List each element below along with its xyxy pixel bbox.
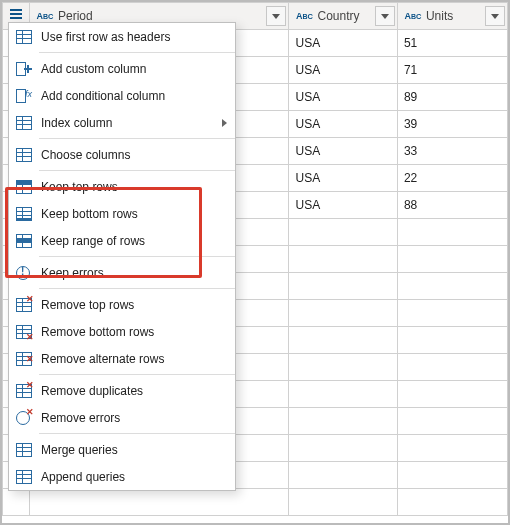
- menu-separator: [39, 256, 235, 257]
- cell-units[interactable]: 22: [397, 165, 507, 192]
- keep-errors-icon: [15, 264, 33, 282]
- menu-separator: [39, 374, 235, 375]
- menu-add-conditional-column[interactable]: Add conditional column: [9, 82, 235, 109]
- column-label: Period: [58, 9, 93, 23]
- menu-remove-top-rows[interactable]: Remove top rows: [9, 291, 235, 318]
- cell-country[interactable]: [289, 354, 397, 381]
- remove-alternate-rows-icon: [15, 350, 33, 368]
- cell-period[interactable]: [30, 489, 289, 516]
- cell-country[interactable]: USA: [289, 84, 397, 111]
- conditional-column-icon: [15, 87, 33, 105]
- menu-keep-range-of-rows[interactable]: Keep range of rows: [9, 227, 235, 254]
- cell-units[interactable]: [397, 246, 507, 273]
- keep-bottom-rows-icon: [15, 205, 33, 223]
- chevron-down-icon: [381, 14, 389, 19]
- menu-choose-columns[interactable]: Choose columns: [9, 141, 235, 168]
- menu-separator: [39, 288, 235, 289]
- append-queries-icon: [15, 468, 33, 486]
- cell-country[interactable]: USA: [289, 111, 397, 138]
- chevron-down-icon: [491, 14, 499, 19]
- menu-merge-queries[interactable]: Merge queries: [9, 436, 235, 463]
- cell-country[interactable]: [289, 435, 397, 462]
- keep-range-rows-icon: [15, 232, 33, 250]
- menu-separator: [39, 138, 235, 139]
- cell-country[interactable]: [289, 300, 397, 327]
- remove-top-rows-icon: [15, 296, 33, 314]
- menu-append-queries[interactable]: Append queries: [9, 463, 235, 490]
- cell-country[interactable]: USA: [289, 138, 397, 165]
- cell-country[interactable]: [289, 219, 397, 246]
- add-column-icon: [15, 60, 33, 78]
- menu-add-custom-column[interactable]: Add custom column: [9, 55, 235, 82]
- cell-units[interactable]: [397, 219, 507, 246]
- remove-errors-icon: [15, 409, 33, 427]
- chevron-down-icon: [272, 14, 280, 19]
- first-row-headers-icon: [15, 28, 33, 46]
- menu-remove-errors[interactable]: Remove errors: [9, 404, 235, 431]
- menu-remove-alternate-rows[interactable]: Remove alternate rows: [9, 345, 235, 372]
- menu-remove-duplicates[interactable]: Remove duplicates: [9, 377, 235, 404]
- menu-keep-top-rows[interactable]: Keep top rows: [9, 173, 235, 200]
- cell-country[interactable]: [289, 489, 397, 516]
- cell-units[interactable]: 89: [397, 84, 507, 111]
- row-number: [3, 489, 30, 516]
- keep-top-rows-icon: [15, 178, 33, 196]
- cell-country[interactable]: USA: [289, 57, 397, 84]
- column-header-units[interactable]: ABC Units: [397, 3, 507, 30]
- column-label: Country: [317, 9, 359, 23]
- cell-units[interactable]: [397, 435, 507, 462]
- cell-units[interactable]: [397, 273, 507, 300]
- cell-units[interactable]: [397, 327, 507, 354]
- cell-country[interactable]: [289, 273, 397, 300]
- cell-country[interactable]: USA: [289, 30, 397, 57]
- text-type-icon: ABC: [295, 9, 313, 23]
- table-icon: [9, 8, 23, 22]
- menu-remove-bottom-rows[interactable]: Remove bottom rows: [9, 318, 235, 345]
- index-column-icon: [15, 114, 33, 132]
- submenu-arrow-icon: [222, 119, 227, 127]
- menu-separator: [39, 52, 235, 53]
- menu-separator: [39, 170, 235, 171]
- filter-button-country[interactable]: [375, 6, 395, 26]
- filter-button-units[interactable]: [485, 6, 505, 26]
- filter-button-period[interactable]: [266, 6, 286, 26]
- menu-index-column[interactable]: Index column: [9, 109, 235, 136]
- column-header-country[interactable]: ABC Country: [289, 3, 397, 30]
- text-type-icon: ABC: [404, 9, 422, 23]
- cell-country[interactable]: USA: [289, 165, 397, 192]
- remove-bottom-rows-icon: [15, 323, 33, 341]
- choose-columns-icon: [15, 146, 33, 164]
- column-label: Units: [426, 9, 453, 23]
- menu-keep-bottom-rows[interactable]: Keep bottom rows: [9, 200, 235, 227]
- remove-duplicates-icon: [15, 382, 33, 400]
- cell-units[interactable]: [397, 300, 507, 327]
- table-row[interactable]: [3, 489, 508, 516]
- cell-units[interactable]: 88: [397, 192, 507, 219]
- table-context-menu: Use first row as headers Add custom colu…: [8, 22, 236, 491]
- merge-queries-icon: [15, 441, 33, 459]
- cell-units[interactable]: [397, 408, 507, 435]
- cell-country[interactable]: [289, 327, 397, 354]
- cell-country[interactable]: USA: [289, 192, 397, 219]
- cell-country[interactable]: [289, 462, 397, 489]
- cell-units[interactable]: 51: [397, 30, 507, 57]
- cell-country[interactable]: [289, 381, 397, 408]
- cell-units[interactable]: 71: [397, 57, 507, 84]
- cell-units[interactable]: [397, 462, 507, 489]
- cell-units[interactable]: [397, 489, 507, 516]
- cell-units[interactable]: 33: [397, 138, 507, 165]
- cell-units[interactable]: 39: [397, 111, 507, 138]
- cell-units[interactable]: [397, 354, 507, 381]
- menu-keep-errors[interactable]: Keep errors: [9, 259, 235, 286]
- menu-separator: [39, 433, 235, 434]
- text-type-icon: ABC: [36, 9, 54, 23]
- cell-country[interactable]: [289, 246, 397, 273]
- query-editor-view: ABC Period ABC Country ABC Units: [0, 0, 510, 525]
- cell-units[interactable]: [397, 381, 507, 408]
- cell-country[interactable]: [289, 408, 397, 435]
- menu-use-first-row-as-headers[interactable]: Use first row as headers: [9, 23, 235, 50]
